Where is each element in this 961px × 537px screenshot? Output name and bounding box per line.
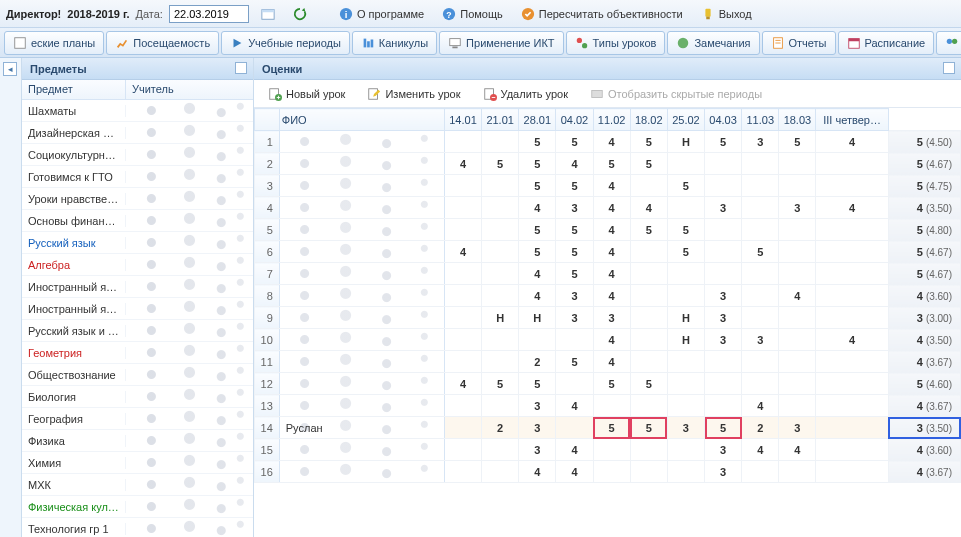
fio-cell[interactable]: [279, 241, 444, 263]
mark-cell[interactable]: [444, 285, 481, 307]
mark-cell[interactable]: [630, 285, 667, 307]
mark-cell[interactable]: 4: [519, 285, 556, 307]
date-picker-button[interactable]: [255, 4, 281, 24]
mark-cell[interactable]: [444, 439, 481, 461]
mark-cell[interactable]: Н: [667, 307, 704, 329]
nav-reports[interactable]: Отчеты: [762, 31, 836, 55]
mark-cell[interactable]: [593, 395, 630, 417]
mark-cell[interactable]: [667, 439, 704, 461]
mark-cell[interactable]: [444, 175, 481, 197]
grade-row[interactable]: 355455 (4.75): [255, 175, 961, 197]
fio-cell[interactable]: [279, 395, 444, 417]
mark-cell[interactable]: 3: [705, 197, 742, 219]
mark-cell[interactable]: [444, 395, 481, 417]
mark-cell[interactable]: [816, 395, 888, 417]
mark-cell[interactable]: 3: [779, 197, 816, 219]
mark-cell[interactable]: [705, 373, 742, 395]
fio-cell[interactable]: [279, 285, 444, 307]
mark-cell[interactable]: [444, 351, 481, 373]
mark-cell[interactable]: 3: [705, 307, 742, 329]
mark-cell[interactable]: [667, 153, 704, 175]
mark-cell[interactable]: 5: [667, 175, 704, 197]
mark-cell[interactable]: [705, 153, 742, 175]
mark-cell[interactable]: [742, 351, 779, 373]
new-lesson-button[interactable]: Новый урок: [262, 84, 351, 104]
mark-cell[interactable]: [742, 197, 779, 219]
fio-cell[interactable]: [279, 307, 444, 329]
grade-row[interactable]: 133444 (3.67): [255, 395, 961, 417]
nav-ikt[interactable]: Применение ИКТ: [439, 31, 563, 55]
subject-row[interactable]: Алгебра: [22, 254, 253, 276]
mark-cell[interactable]: 4: [816, 197, 888, 219]
mark-cell[interactable]: 5: [556, 241, 593, 263]
mark-cell[interactable]: 5: [630, 219, 667, 241]
mark-cell[interactable]: 4: [742, 395, 779, 417]
grade-row[interactable]: 15545Н53545 (4.50): [255, 131, 961, 153]
mark-cell[interactable]: [779, 263, 816, 285]
grade-row[interactable]: 5554555 (4.80): [255, 219, 961, 241]
nav-periods[interactable]: Учебные периоды: [221, 31, 350, 55]
summary-cell[interactable]: 5 (4.67): [888, 263, 960, 285]
subject-row[interactable]: Основы финанс…: [22, 210, 253, 232]
mark-cell[interactable]: 3: [705, 461, 742, 483]
mark-cell[interactable]: 5: [556, 219, 593, 241]
mark-cell[interactable]: [705, 351, 742, 373]
subject-row[interactable]: Уроки нравстве…: [22, 188, 253, 210]
summary-cell[interactable]: 4 (3.50): [888, 197, 960, 219]
mark-cell[interactable]: 5: [667, 241, 704, 263]
mark-cell[interactable]: 3: [779, 417, 816, 439]
mark-cell[interactable]: [630, 395, 667, 417]
mark-cell[interactable]: [482, 439, 519, 461]
mark-cell[interactable]: [779, 153, 816, 175]
subject-row[interactable]: Физическая кул…: [22, 496, 253, 518]
mark-cell[interactable]: [742, 219, 779, 241]
mark-cell[interactable]: [482, 395, 519, 417]
mark-cell[interactable]: 4: [519, 197, 556, 219]
subject-row[interactable]: Биология: [22, 386, 253, 408]
mark-cell[interactable]: 4: [556, 153, 593, 175]
mark-cell[interactable]: 5: [593, 417, 630, 439]
mark-cell[interactable]: [816, 263, 888, 285]
mark-cell[interactable]: 4: [779, 285, 816, 307]
summary-cell[interactable]: 5 (4.50): [888, 131, 960, 153]
mark-cell[interactable]: 5: [593, 153, 630, 175]
mark-cell[interactable]: 3: [667, 417, 704, 439]
fio-cell[interactable]: [279, 197, 444, 219]
mark-cell[interactable]: [482, 197, 519, 219]
mark-cell[interactable]: [779, 373, 816, 395]
subject-row[interactable]: МХК: [22, 474, 253, 496]
edit-lesson-button[interactable]: Изменить урок: [361, 84, 466, 104]
subject-row[interactable]: Социокультурн…: [22, 144, 253, 166]
mark-cell[interactable]: 4: [630, 197, 667, 219]
fio-cell[interactable]: [279, 329, 444, 351]
mark-cell[interactable]: [630, 329, 667, 351]
mark-cell[interactable]: Н: [667, 329, 704, 351]
mark-cell[interactable]: [444, 197, 481, 219]
col-date-header[interactable]: 28.01: [519, 109, 556, 131]
mark-cell[interactable]: 4: [556, 395, 593, 417]
mark-cell[interactable]: [444, 461, 481, 483]
mark-cell[interactable]: [482, 241, 519, 263]
fio-cell[interactable]: [279, 461, 444, 483]
refresh-button[interactable]: [287, 4, 313, 24]
grade-row[interactable]: 74545 (4.67): [255, 263, 961, 285]
mark-cell[interactable]: 3: [556, 197, 593, 219]
mark-cell[interactable]: 3: [556, 307, 593, 329]
mark-cell[interactable]: 4: [779, 439, 816, 461]
col-date-header[interactable]: 14.01: [444, 109, 481, 131]
mark-cell[interactable]: [742, 461, 779, 483]
col-teacher-header[interactable]: Учитель: [126, 80, 253, 99]
mark-cell[interactable]: [556, 417, 593, 439]
mark-cell[interactable]: 5: [556, 351, 593, 373]
mark-cell[interactable]: 5: [519, 373, 556, 395]
mark-cell[interactable]: [630, 351, 667, 373]
grade-row[interactable]: 112544 (3.67): [255, 351, 961, 373]
mark-cell[interactable]: [482, 461, 519, 483]
grade-row[interactable]: 64554555 (4.67): [255, 241, 961, 263]
mark-cell[interactable]: [444, 417, 481, 439]
mark-cell[interactable]: [779, 219, 816, 241]
summary-cell[interactable]: 5 (4.80): [888, 219, 960, 241]
grade-row[interactable]: 104Н3344 (3.50): [255, 329, 961, 351]
mark-cell[interactable]: [482, 351, 519, 373]
mark-cell[interactable]: [816, 307, 888, 329]
